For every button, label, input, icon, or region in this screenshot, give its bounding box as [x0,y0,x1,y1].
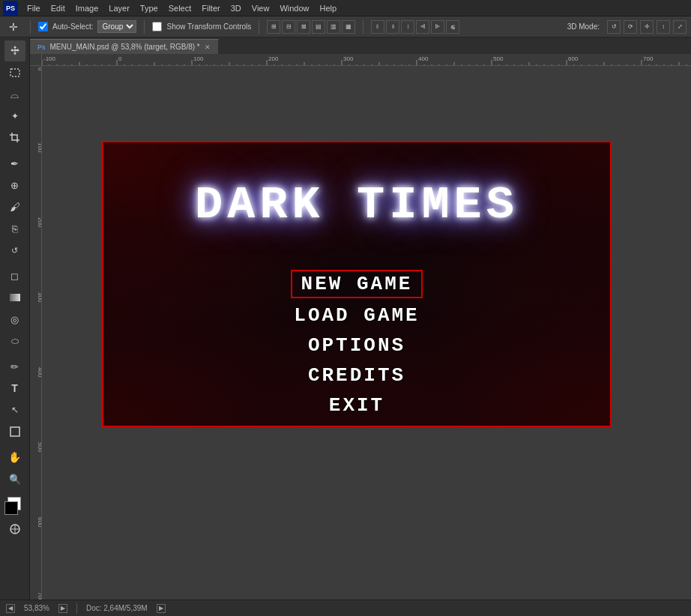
transform-label: Show Transform Controls [152,22,251,31]
shape-tool[interactable] [4,421,25,442]
tab-close-icon[interactable]: ✕ [205,43,211,51]
color-swatches[interactable] [4,495,25,516]
gradient-tool[interactable] [4,287,25,308]
transform-checkbox[interactable] [152,22,162,31]
menu-layer[interactable]: Layer [104,2,134,14]
distribute-center-h-icon[interactable]: ⫵ [386,20,399,34]
distribute-middle-v-icon[interactable]: ⫸ [431,20,444,34]
game-title: DARK TIMES [103,178,610,232]
svg-rect-2 [10,427,19,436]
path-select-tool[interactable]: ↖ [4,399,25,420]
type-tool[interactable]: T [4,378,25,399]
move-tool[interactable] [4,40,25,61]
group-select[interactable]: Group Layer [97,20,136,33]
options-bar: ✛ Auto-Select: Group Layer Show Transfor… [0,16,691,37]
move-tool-icon: ✛ [4,19,22,34]
tab-bar: Ps MENU_MAIN.psd @ 53,8% (target, RGB/8)… [30,37,691,54]
lasso-tool[interactable]: ⌓ [4,84,25,105]
eyedropper-tool[interactable]: ✒ [4,153,25,174]
canvas-area: Ps MENU_MAIN.psd @ 53,8% (target, RGB/8)… [30,37,691,600]
workspace: ⌓ ✦ ✒ ⊕ 🖌 ⎘ ↺ ◻ ◎ ⬭ ✏ T ↖ [0,37,691,600]
ps-app-icon: PS [3,1,18,16]
canvas-viewport: DARK TIMES NEW GAME LOAD GAME OPTIONS CR… [30,54,691,600]
doc-info: Doc: 2,64M/5,39M [86,604,148,612]
status-arrow-left[interactable]: ◀ [6,604,15,613]
menu-filter[interactable]: Filter [197,2,224,14]
distribute-right-icon[interactable]: ⫶ [401,20,414,34]
menu-help[interactable]: Help [316,2,342,14]
menu-select[interactable]: Select [164,2,196,14]
menu-options[interactable]: OPTIONS [299,333,414,358]
3d-roll-icon[interactable]: ⟳ [624,20,637,34]
align-center-h-icon[interactable]: ⊟ [282,20,295,34]
ruler-vertical [30,66,42,600]
zoom-level: 53,83% [24,604,49,612]
menu-load-game[interactable]: LOAD GAME [285,303,428,328]
3d-pan-icon[interactable]: ✛ [640,20,654,34]
history-brush-tool[interactable]: ↺ [4,240,25,261]
dodge-tool[interactable]: ⬭ [4,330,25,351]
marquee-tool[interactable] [4,62,25,83]
document-tab[interactable]: Ps MENU_MAIN.psd @ 53,8% (target, RGB/8)… [30,39,219,54]
svg-rect-0 [10,69,19,76]
tab-ps-icon: Ps [37,43,46,51]
game-canvas: DARK TIMES NEW GAME LOAD GAME OPTIONS CR… [102,141,612,427]
foreground-color-swatch[interactable] [4,501,18,515]
distribute-bottom-icon[interactable]: ⫹ [446,20,459,34]
zoom-tool[interactable]: 🔍 [4,468,25,489]
distribute-left-icon[interactable]: ⫴ [371,20,384,34]
tab-filename: MENU_MAIN.psd @ 53,8% (target, RGB/8) * [50,43,200,51]
align-right-icon[interactable]: ⊠ [297,20,310,34]
ruler-corner [30,54,42,66]
menu-3d[interactable]: 3D [226,2,246,14]
menu-credits[interactable]: CREDITS [299,363,414,388]
status-arrow-right[interactable]: ▶ [58,604,67,613]
3d-scale-icon[interactable]: ⤢ [673,20,687,34]
doc-info-arrow[interactable]: ▶ [157,604,166,613]
crop-tool[interactable] [4,127,25,148]
align-top-icon[interactable]: ▤ [312,20,325,34]
menu-window[interactable]: Window [275,2,313,14]
menu-exit[interactable]: EXIT [320,393,393,418]
svg-rect-1 [10,294,20,301]
menu-image[interactable]: Image [71,2,103,14]
menu-new-game[interactable]: NEW GAME [291,270,423,298]
blur-tool[interactable]: ◎ [4,309,25,330]
menu-bar: PS File Edit Image Layer Type Select Fil… [0,0,691,16]
menu-type[interactable]: Type [136,2,163,14]
brush-tool[interactable]: 🖌 [4,196,25,217]
align-bottom-icon[interactable]: ▦ [342,20,355,34]
toolbox: ⌓ ✦ ✒ ⊕ 🖌 ⎘ ↺ ◻ ◎ ⬭ ✏ T ↖ [0,37,30,600]
auto-select-checkbox[interactable] [38,22,48,31]
document-scroll-area[interactable]: DARK TIMES NEW GAME LOAD GAME OPTIONS CR… [42,66,691,600]
distribute-top-icon[interactable]: ⫷ [416,20,429,34]
quick-mask-toggle[interactable] [4,519,25,540]
auto-select-label: Auto-Select: [38,22,93,31]
align-left-icon[interactable]: ⊞ [267,20,280,34]
menu-edit[interactable]: Edit [46,2,70,14]
hand-tool[interactable]: ✋ [4,447,25,468]
eraser-tool[interactable]: ◻ [4,265,25,286]
menu-view[interactable]: View [247,2,274,14]
3d-slide-icon[interactable]: ↕ [657,20,670,34]
3d-rotate-icon[interactable]: ↺ [607,20,621,34]
heal-tool[interactable]: ⊕ [4,175,25,196]
clone-tool[interactable]: ⎘ [4,218,25,239]
document-canvas: DARK TIMES NEW GAME LOAD GAME OPTIONS CR… [42,66,691,576]
status-divider [76,603,77,614]
align-middle-v-icon[interactable]: ▥ [327,20,340,34]
3d-mode-label: 3D Mode: [567,22,600,31]
status-bar: ◀ 53,83% ▶ Doc: 2,64M/5,39M ▶ [0,600,691,616]
pen-tool[interactable]: ✏ [4,356,25,377]
quick-select-tool[interactable]: ✦ [4,106,25,127]
game-menu: NEW GAME LOAD GAME OPTIONS CREDITS EXIT [103,270,610,418]
ruler-horizontal [42,54,691,66]
menu-file[interactable]: File [22,2,45,14]
